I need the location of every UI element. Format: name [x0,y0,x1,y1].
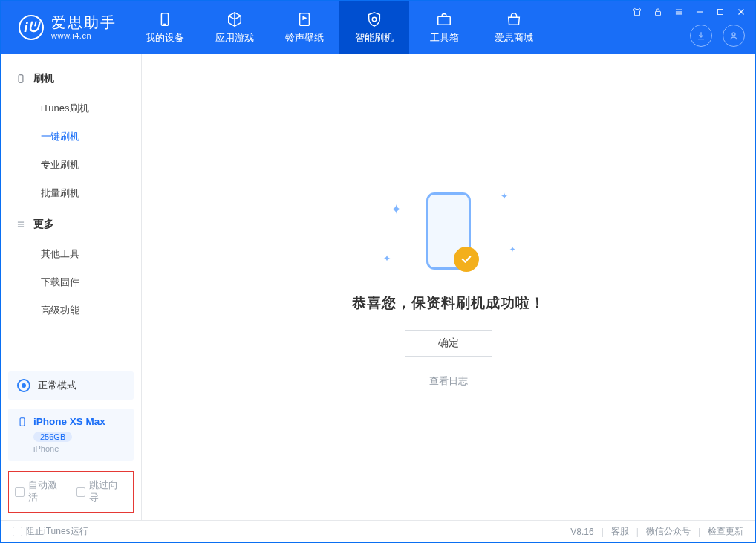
sidebar-item-download-firmware[interactable]: 下载固件 [1,268,141,296]
checkbox-skip-guide[interactable]: 跳过向导 [76,479,128,504]
group-title-flash: 刷机 [1,68,141,94]
view-log-link[interactable]: 查看日志 [429,374,468,388]
nav-my-device[interactable]: 我的设备 [130,1,200,54]
shield-refresh-icon [366,11,382,27]
nav-ringtones[interactable]: 铃声壁纸 [270,1,339,54]
sidebar-item-advanced[interactable]: 高级功能 [1,296,141,325]
status-link-support[interactable]: 客服 [611,525,629,538]
version-label: V8.16 [570,527,593,537]
sidebar-item-other-tools[interactable]: 其他工具 [1,240,141,268]
svg-rect-9 [718,10,723,15]
checkbox-icon [76,487,86,497]
sidebar-group-flash: 刷机 iTunes刷机 一键刷机 专业刷机 批量刷机 [1,68,141,207]
app-title: 爱思助手 [51,14,117,31]
ok-button[interactable]: 确定 [405,330,492,357]
device-box[interactable]: iPhone XS Max 256GB iPhone [8,409,134,461]
group-title-more: 更多 [1,213,141,240]
nav-label: 智能刷机 [355,31,394,45]
nav-label: 工具箱 [430,31,459,45]
app-subtitle: www.i4.cn [51,31,117,41]
minimize-button[interactable] [693,5,706,19]
download-button[interactable] [690,25,712,47]
nav-smart-flash[interactable]: 智能刷机 [339,1,409,54]
nav-label: 爱思商城 [495,31,533,45]
cube-icon [227,11,243,27]
mode-icon [17,379,30,392]
phone-small-icon [17,417,27,427]
svg-rect-13 [19,75,23,83]
music-icon [296,11,313,27]
nav-label: 应用游戏 [215,31,254,45]
account-button[interactable] [723,25,745,47]
checkbox-icon [15,487,25,497]
svg-point-12 [732,33,735,36]
app-window: iᕫ 爱思助手 www.i4.cn 我的设备 应用游戏 铃声壁纸 智能刷机 [0,0,756,543]
sidebar: 刷机 iTunes刷机 一键刷机 专业刷机 批量刷机 更多 其他工具 下载固件 … [1,54,142,520]
nav-label: 我的设备 [146,31,184,45]
bottom-options-highlight: 自动激活 跳过向导 [8,471,134,513]
svg-rect-2 [300,13,310,25]
phone-icon [426,192,471,270]
close-button[interactable] [734,5,748,19]
svg-rect-4 [656,11,661,15]
svg-rect-17 [20,417,25,426]
nav-store[interactable]: 爱思商城 [479,1,549,54]
sidebar-item-batch-flash[interactable]: 批量刷机 [1,179,141,207]
logo: iᕫ 爱思助手 www.i4.cn [1,14,130,41]
main-nav: 我的设备 应用游戏 铃声壁纸 智能刷机 工具箱 爱思商城 [130,1,549,54]
checkbox-block-itunes[interactable]: 阻止iTunes运行 [13,525,88,538]
status-link-update[interactable]: 检查更新 [708,525,743,538]
header-right-actions [690,25,745,47]
status-link-wechat[interactable]: 微信公众号 [646,525,691,538]
mode-label: 正常模式 [38,379,76,392]
lock-icon[interactable] [651,5,665,19]
device-capacity: 256GB [33,432,72,442]
sidebar-group-more: 更多 其他工具 下载固件 高级功能 [1,213,141,325]
list-icon [16,219,26,230]
device-icon [157,11,173,27]
sidebar-item-pro-flash[interactable]: 专业刷机 [1,151,141,179]
success-illustration: ✦ ✦ ✦ ✦ [382,186,515,276]
checkbox-icon [13,527,22,536]
store-icon [506,11,522,27]
menu-icon[interactable] [672,5,685,19]
device-name: iPhone XS Max [33,416,105,427]
nav-apps-games[interactable]: 应用游戏 [200,1,270,54]
header: iᕫ 爱思助手 www.i4.cn 我的设备 应用游戏 铃声壁纸 智能刷机 [1,1,755,54]
briefcase-icon [436,11,452,27]
maximize-button[interactable] [714,5,727,19]
window-controls [630,5,748,19]
mode-box[interactable]: 正常模式 [8,371,134,400]
nav-toolbox[interactable]: 工具箱 [409,1,479,54]
statusbar: 阻止iTunes运行 V8.16 | 客服 | 微信公众号 | 检查更新 [1,520,755,542]
sidebar-item-itunes-flash[interactable]: iTunes刷机 [1,94,141,123]
body: 刷机 iTunes刷机 一键刷机 专业刷机 批量刷机 更多 其他工具 下载固件 … [1,54,755,520]
nav-label: 铃声壁纸 [285,31,324,45]
phone-icon [16,74,26,84]
sidebar-item-one-click-flash[interactable]: 一键刷机 [1,123,141,151]
device-type: iPhone [33,444,125,453]
svg-rect-3 [438,16,451,25]
check-badge-icon [454,247,479,272]
logo-icon: iᕫ [19,15,44,40]
success-message: 恭喜您，保资料刷机成功啦！ [352,293,545,312]
shirt-icon[interactable] [630,5,644,19]
main-content: ✦ ✦ ✦ ✦ 恭喜您，保资料刷机成功啦！ 确定 查看日志 [142,54,755,520]
checkbox-auto-activate[interactable]: 自动激活 [15,479,66,504]
